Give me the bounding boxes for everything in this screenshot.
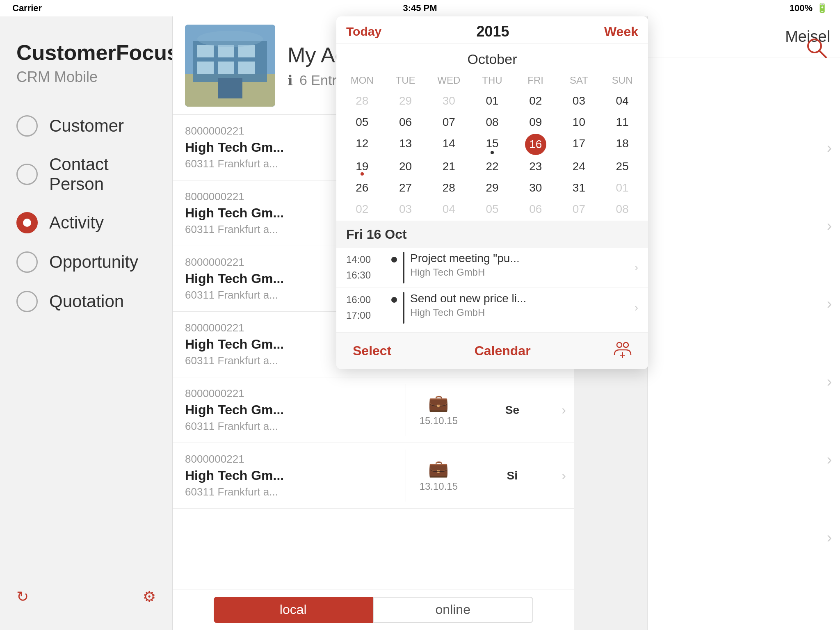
cal-day-08[interactable]: 08 <box>470 112 514 132</box>
cal-day-08b[interactable]: 08 <box>600 199 644 219</box>
app-title: CustomerFocus <box>0 33 195 68</box>
sidebar-item-contact-person[interactable]: Contact Person <box>0 146 172 203</box>
list-item-center-6: 💼 13.10.15 <box>406 450 471 502</box>
list-item[interactable]: 8000000221 High Tech Gm... 60311 Frankfu… <box>173 377 574 443</box>
list-item-center-5: 💼 15.10.15 <box>406 384 471 436</box>
cal-event-2[interactable]: 16:00 17:00 Send out new price li... Hig… <box>336 288 648 328</box>
sidebar-item-opportunity[interactable]: Opportunity <box>0 242 172 282</box>
cal-day-12[interactable]: 12 <box>340 134 384 155</box>
cal-day-05b[interactable]: 05 <box>470 199 514 219</box>
cal-day-26[interactable]: 26 <box>340 178 384 198</box>
cal-event-start-2: 16:00 <box>346 292 391 308</box>
cal-day-04b[interactable]: 04 <box>427 199 470 219</box>
cal-day-04[interactable]: 04 <box>600 91 644 111</box>
time-label: 3:45 PM <box>403 3 437 14</box>
local-toggle-button[interactable]: local <box>214 597 373 623</box>
cal-day-27[interactable]: 27 <box>384 178 427 198</box>
list-item-type-5: Se <box>471 384 553 436</box>
cal-day-15[interactable]: 15 <box>470 134 514 155</box>
calendar-topbar: Today 2015 Week <box>336 16 648 44</box>
day-header-mon: MON <box>340 75 384 86</box>
cal-day-07[interactable]: 07 <box>427 112 470 132</box>
cal-day-03b[interactable]: 03 <box>384 199 427 219</box>
list-item[interactable]: 8000000221 High Tech Gm... 60311 Frankfu… <box>173 443 574 509</box>
cal-day-17[interactable]: 17 <box>557 134 601 155</box>
calendar-week-2: 05 06 07 08 09 10 11 <box>340 112 644 132</box>
sidebar-item-activity[interactable]: Activity <box>0 203 172 242</box>
cal-event-title-1: Project meeting "pu... <box>410 252 635 265</box>
app-subtitle: CRM Mobile <box>0 68 114 106</box>
sidebar-item-customer[interactable]: Customer <box>0 106 172 146</box>
cal-day-10[interactable]: 10 <box>557 112 601 132</box>
list-item-left-5: 8000000221 High Tech Gm... 60311 Frankfu… <box>173 384 406 436</box>
radio-opportunity <box>16 251 38 273</box>
cal-event-end-2: 17:00 <box>346 308 391 323</box>
cal-day-29a[interactable]: 29 <box>384 91 427 111</box>
calendar-week-1: 28 29 30 01 02 03 04 <box>340 91 644 111</box>
cal-day-14[interactable]: 14 <box>427 134 470 155</box>
cal-day-24[interactable]: 24 <box>557 157 601 176</box>
cal-day-13[interactable]: 13 <box>384 134 427 155</box>
cal-event-dot-2 <box>391 297 397 303</box>
gear-icon[interactable]: ⚙ <box>143 588 156 605</box>
cal-day-06b[interactable]: 06 <box>514 199 557 219</box>
nav-items: Customer Contact Person Activity Opportu… <box>0 106 172 580</box>
today-button[interactable]: Today <box>346 25 381 39</box>
cal-day-01[interactable]: 01 <box>470 91 514 111</box>
radio-activity <box>16 212 38 233</box>
cal-day-22[interactable]: 22 <box>470 157 514 176</box>
cal-day-30[interactable]: 30 <box>514 178 557 198</box>
cal-day-05[interactable]: 05 <box>340 112 384 132</box>
cal-day-03[interactable]: 03 <box>557 91 601 111</box>
svg-point-10 <box>197 31 263 47</box>
svg-rect-8 <box>238 62 255 74</box>
calendar-year: 2015 <box>477 23 509 40</box>
cal-event-arrow-1: › <box>635 252 638 283</box>
briefcase-icon-6: 💼 <box>428 459 449 478</box>
calendar-people-icon[interactable] <box>614 340 632 362</box>
sidebar-bottom: ↻ ⚙ <box>0 580 172 614</box>
footer-calendar-button[interactable]: Calendar <box>475 343 531 358</box>
right-arrow-6: › <box>827 529 832 546</box>
battery-label: 100% <box>790 3 813 14</box>
cal-day-02b[interactable]: 02 <box>340 199 384 219</box>
cal-day-25[interactable]: 25 <box>600 157 644 176</box>
nav-label-quotation: Quotation <box>49 292 124 311</box>
cal-day-06[interactable]: 06 <box>384 112 427 132</box>
sidebar-item-quotation[interactable]: Quotation <box>0 282 172 321</box>
day-header-fri: FRI <box>514 75 557 86</box>
search-icon[interactable] <box>806 37 828 64</box>
refresh-icon[interactable]: ↻ <box>16 588 29 605</box>
calendar-selected-date: Fri 16 Oct <box>336 221 648 248</box>
cal-day-19[interactable]: 19 <box>340 157 384 176</box>
svg-rect-5 <box>238 45 255 57</box>
right-arrow-3: › <box>827 295 832 313</box>
calendar-week-4: 19 20 21 22 23 24 25 <box>340 157 644 176</box>
cal-day-11[interactable]: 11 <box>600 112 644 132</box>
calendar-footer: Select Calendar <box>336 332 648 369</box>
cal-day-01b[interactable]: 01 <box>600 178 644 198</box>
cal-day-20[interactable]: 20 <box>384 157 427 176</box>
cal-day-16-today[interactable]: 16 <box>525 134 546 155</box>
cal-day-09[interactable]: 09 <box>514 112 557 132</box>
right-arrow-5: › <box>827 451 832 468</box>
cal-event-1[interactable]: 14:00 16:30 Project meeting "pu... High … <box>336 248 648 288</box>
day-header-tue: TUE <box>384 75 427 86</box>
cal-day-28a[interactable]: 28 <box>340 91 384 111</box>
cal-day-23[interactable]: 23 <box>514 157 557 176</box>
week-button[interactable]: Week <box>604 24 638 39</box>
footer-select-button[interactable]: Select <box>353 343 391 358</box>
cal-day-18[interactable]: 18 <box>600 134 644 155</box>
status-bar: Carrier 3:45 PM 100% 🔋 <box>0 0 840 16</box>
cal-day-30a[interactable]: 30 <box>427 91 470 111</box>
cal-day-28[interactable]: 28 <box>427 178 470 198</box>
cal-day-21[interactable]: 21 <box>427 157 470 176</box>
cal-day-29[interactable]: 29 <box>470 178 514 198</box>
cal-day-02[interactable]: 02 <box>514 91 557 111</box>
cal-day-07b[interactable]: 07 <box>557 199 601 219</box>
online-toggle-button[interactable]: online <box>373 597 534 623</box>
list-item-addr-6: 60311 Frankfurt a... <box>185 486 393 498</box>
nav-label-activity: Activity <box>49 213 104 233</box>
list-item-addr-5: 60311 Frankfurt a... <box>185 420 393 433</box>
cal-day-31[interactable]: 31 <box>557 178 601 198</box>
